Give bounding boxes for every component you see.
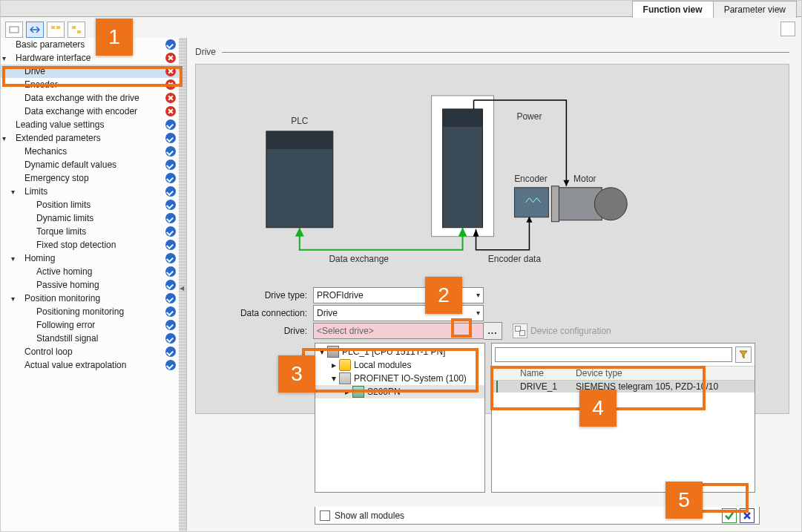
- show-all-modules-checkbox[interactable]: Show all modules: [320, 510, 404, 521]
- tree-item[interactable]: Following error: [1, 318, 179, 332]
- tree-item[interactable]: Dynamic limits: [1, 211, 179, 225]
- tree-item[interactable]: Data exchange with encoder: [1, 105, 179, 118]
- svg-rect-9: [443, 109, 483, 127]
- status-ok-icon: [165, 360, 176, 370]
- splitter-handle[interactable]: [179, 38, 187, 531]
- tree-item[interactable]: Torque limits: [1, 225, 179, 238]
- tree-item-label: Mechanics: [22, 146, 165, 157]
- data-exchange-label: Data exchange: [329, 254, 389, 264]
- svg-marker-14: [563, 180, 569, 186]
- tree-item[interactable]: Dynamic default values: [1, 158, 179, 171]
- tree-item-label: Limits: [22, 186, 165, 197]
- tree-item-label: Data exchange with encoder: [22, 106, 165, 116]
- status-ok-icon: [165, 146, 176, 157]
- tree-item-label: Emergency stop: [22, 173, 165, 183]
- callout-4: 4: [579, 390, 617, 427]
- svg-rect-2: [56, 26, 60, 29]
- svg-point-12: [594, 188, 627, 220]
- device-search-input[interactable]: [495, 347, 732, 362]
- section-title: Drive: [195, 47, 222, 57]
- status-ok-icon: [165, 240, 176, 250]
- tree-item[interactable]: Data exchange with the drive: [1, 91, 179, 105]
- drive-type-label: Drive type:: [226, 290, 307, 301]
- tree-item-label: Hardware interface: [13, 53, 165, 63]
- motor-label: Motor: [573, 174, 596, 184]
- tree-item[interactable]: Mechanics: [1, 145, 179, 158]
- device-config-link[interactable]: Device configuration: [513, 324, 611, 338]
- status-ok-icon: [165, 213, 176, 223]
- highlight-3: [302, 348, 479, 393]
- section-header: Drive: [195, 42, 789, 62]
- tree-item[interactable]: Position limits: [1, 198, 179, 211]
- tree-item-label: Position monitoring: [22, 293, 165, 303]
- tree-item[interactable]: Fixed stop detection: [1, 238, 179, 252]
- tree-item[interactable]: Position monitoring: [1, 292, 179, 305]
- toolbar-btn-4[interactable]: [68, 22, 85, 38]
- svg-marker-15: [295, 228, 304, 237]
- svg-rect-6: [266, 131, 333, 149]
- tree-item-label: Active homing: [33, 266, 165, 277]
- navigation-tree[interactable]: Basic parametersHardware interfaceDriveE…: [1, 38, 180, 531]
- tree-item-label: Homing: [22, 253, 165, 263]
- tree-item[interactable]: Active homing: [1, 265, 179, 278]
- tree-item[interactable]: Passive homing: [1, 278, 179, 292]
- tree-item[interactable]: Standstill signal: [1, 332, 179, 345]
- status-ok-icon: [165, 160, 176, 170]
- status-ok-icon: [165, 306, 176, 317]
- svg-rect-1: [51, 26, 55, 29]
- tree-item-label: Data exchange with the drive: [22, 93, 165, 103]
- tree-item[interactable]: Actual value extrapolation: [1, 358, 179, 372]
- status-ok-icon: [165, 186, 176, 197]
- view-tabs: Function view Parameter view: [1, 1, 801, 17]
- tab-function-view[interactable]: Function view: [632, 1, 714, 18]
- toolbar-btn-2[interactable]: [26, 22, 44, 38]
- status-ok-icon: [165, 133, 176, 143]
- main-area: Drive PLC Drive Power Encoder: [188, 42, 797, 527]
- tree-item[interactable]: Homing: [1, 252, 179, 265]
- tree-item[interactable]: Control loop: [1, 345, 179, 358]
- data-connection-label: Data connection:: [226, 308, 307, 318]
- status-ok-icon: [165, 320, 176, 330]
- callout-3: 3: [278, 355, 315, 393]
- device-config-icon: [513, 324, 527, 338]
- status-ok-icon: [165, 119, 176, 130]
- tree-item[interactable]: Positioning monitoring: [1, 305, 179, 318]
- status-ok-icon: [165, 266, 176, 277]
- tree-item-label: Positioning monitoring: [33, 306, 165, 317]
- tree-item[interactable]: Limits: [1, 185, 179, 198]
- status-ok-icon: [165, 293, 176, 303]
- tree-item-label: Dynamic limits: [33, 213, 165, 223]
- svg-rect-4: [77, 30, 81, 33]
- status-ok-icon: [165, 253, 176, 263]
- tree-item-label: Extended parameters: [13, 133, 165, 143]
- power-label: Power: [516, 111, 542, 122]
- toolbar-btn-3[interactable]: [47, 22, 65, 38]
- filter-button[interactable]: [735, 347, 752, 363]
- status-error-icon: [165, 53, 176, 63]
- highlight-1: [2, 66, 183, 87]
- tree-item[interactable]: Hardware interface: [1, 51, 179, 65]
- tree-item[interactable]: Extended parameters: [1, 131, 179, 145]
- tree-item-label: Fixed stop detection: [33, 240, 165, 250]
- tree-item[interactable]: Leading value settings: [1, 118, 179, 131]
- encoder-data-label: Encoder data: [488, 254, 542, 264]
- drive-browse-button[interactable]: ...: [484, 322, 502, 340]
- tree-item-label: Basic parameters: [13, 39, 165, 50]
- drive-field-label: Drive:: [226, 326, 307, 336]
- status-ok-icon: [165, 200, 176, 210]
- tree-item[interactable]: Emergency stop: [1, 171, 179, 185]
- toolbar-btn-1[interactable]: [5, 22, 23, 38]
- status-error-icon: [165, 93, 176, 103]
- encoder-label: Encoder: [514, 174, 548, 184]
- highlight-2: [451, 318, 472, 338]
- tree-item-label: Standstill signal: [33, 333, 165, 344]
- callout-5: 5: [665, 482, 703, 519]
- svg-rect-13: [551, 186, 559, 222]
- tree-item[interactable]: Basic parameters: [1, 38, 179, 51]
- status-ok-icon: [165, 39, 176, 50]
- tree-item-label: Position limits: [33, 200, 165, 210]
- toolbar-extra-icon[interactable]: [780, 22, 795, 36]
- app-root: Function view Parameter view Basic param…: [0, 0, 802, 532]
- tab-parameter-view[interactable]: Parameter view: [713, 1, 797, 18]
- tree-item-label: Passive homing: [33, 280, 165, 290]
